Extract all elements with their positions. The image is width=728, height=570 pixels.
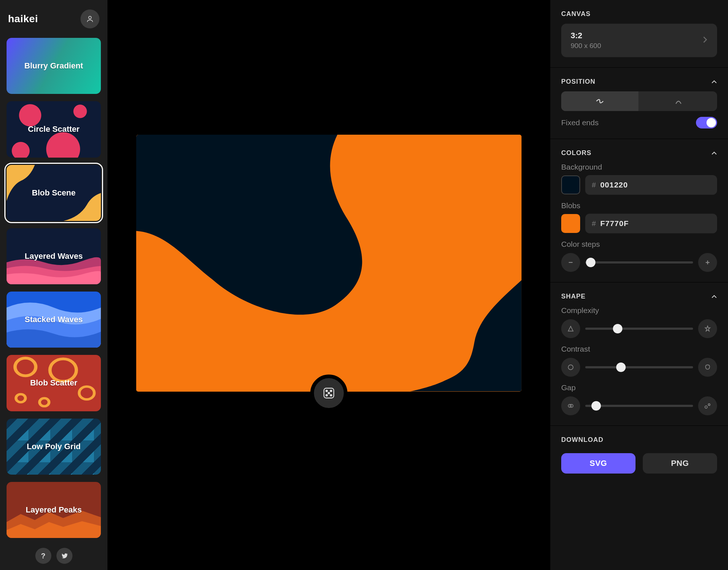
chevron-up-icon: [711, 294, 717, 300]
center-icon: [673, 96, 684, 106]
sidebar-footer: ?: [0, 542, 107, 570]
section-shape: SHAPE Complexity C: [550, 282, 728, 426]
bg-hex-input[interactable]: [600, 181, 711, 189]
bg-label: Background: [561, 163, 717, 171]
canvas-area: [107, 0, 550, 570]
section-title-position[interactable]: POSITION: [550, 68, 728, 91]
blob-scene-preview: [136, 135, 522, 391]
blobs-color-swatch[interactable]: [561, 214, 580, 233]
generator-blob-scene[interactable]: Blob Scene: [7, 165, 101, 221]
svg-point-5: [40, 398, 49, 406]
color-steps-label: Color steps: [561, 240, 717, 249]
link-far-icon: [704, 402, 711, 409]
color-steps-decrease[interactable]: [561, 253, 580, 272]
contrast-slider[interactable]: [585, 366, 693, 368]
canvas-size-button[interactable]: 3:2 900 x 600: [561, 24, 717, 57]
dice-icon: [322, 387, 335, 400]
help-icon: ?: [41, 552, 45, 560]
svg-point-8: [326, 390, 327, 392]
bg-hex-wrap: #: [585, 175, 717, 195]
generator-stacked-waves[interactable]: Stacked Waves: [7, 292, 101, 348]
blobs-label: Blobs: [561, 201, 717, 210]
generator-label: Stacked Waves: [25, 315, 83, 324]
chevron-up-icon: [711, 79, 717, 85]
position-opt-center[interactable]: [640, 91, 717, 111]
sidebar-header: haikei: [0, 0, 107, 38]
randomize-button[interactable]: [310, 375, 347, 412]
svg-point-4: [16, 394, 25, 402]
gap-label: Gap: [561, 383, 717, 392]
complexity-label: Complexity: [561, 306, 717, 315]
circle-icon: [567, 364, 574, 371]
triangle-icon: [567, 325, 574, 332]
complexity-max-icon[interactable]: [698, 319, 717, 338]
blobs-hex-input[interactable]: [600, 219, 711, 228]
generator-layered-peaks[interactable]: Layered Peaks: [7, 482, 101, 538]
minus-icon: [567, 259, 574, 266]
gap-max-icon[interactable]: [698, 396, 717, 415]
generator-label: Layered Waves: [25, 252, 83, 261]
generator-list[interactable]: Blurry Gradient Circle Scatter Blob Scen…: [0, 38, 107, 542]
artboard-wrap: [136, 135, 522, 391]
sidebar: haikei Blurry Gradient Circle Scatter Bl…: [0, 0, 107, 570]
generator-blob-scatter[interactable]: Blob Scatter: [7, 355, 101, 411]
hash-icon: #: [592, 181, 596, 189]
section-title-canvas: CANVAS: [550, 0, 728, 24]
gap-min-icon[interactable]: [561, 396, 580, 415]
svg-point-1: [15, 358, 36, 376]
position-opt-corners[interactable]: [561, 91, 638, 111]
section-title-download: DOWNLOAD: [550, 426, 728, 450]
color-steps-slider[interactable]: [585, 261, 693, 264]
section-download: DOWNLOAD SVG PNG: [550, 426, 728, 481]
help-button[interactable]: ?: [35, 548, 51, 564]
fixed-ends-label: Fixed ends: [561, 118, 599, 127]
generator-low-poly-grid[interactable]: Low Poly Grid: [7, 419, 101, 475]
generator-label: Low Poly Grid: [27, 442, 81, 451]
svg-point-16: [705, 406, 708, 408]
svg-point-11: [326, 395, 327, 396]
section-position: POSITION Fixed ends: [550, 68, 728, 139]
gap-slider[interactable]: [585, 405, 693, 407]
contrast-label: Contrast: [561, 345, 717, 353]
generator-circle-scatter[interactable]: Circle Scatter: [7, 101, 101, 157]
complexity-min-icon[interactable]: [561, 319, 580, 338]
user-icon: [86, 15, 94, 23]
twitter-icon: [61, 552, 68, 559]
svg-point-17: [708, 404, 710, 405]
blob-icon: [704, 364, 711, 371]
blobs-hex-wrap: #: [585, 214, 717, 233]
svg-point-3: [79, 387, 94, 399]
artboard[interactable]: [136, 135, 522, 391]
download-svg-button[interactable]: SVG: [561, 453, 635, 474]
section-canvas: CANVAS 3:2 900 x 600: [550, 0, 728, 68]
bg-color-swatch[interactable]: [561, 175, 580, 194]
account-button[interactable]: [80, 9, 99, 28]
complexity-slider[interactable]: [585, 328, 693, 330]
color-steps-increase[interactable]: [698, 253, 717, 272]
generator-layered-waves[interactable]: Layered Waves: [7, 228, 101, 284]
contrast-min-icon[interactable]: [561, 358, 580, 377]
plus-icon: [704, 259, 711, 266]
section-title-colors[interactable]: COLORS: [550, 139, 728, 163]
fixed-ends-toggle[interactable]: [696, 117, 717, 128]
canvas-ratio: 3:2: [571, 31, 601, 40]
generator-label: Blob Scatter: [30, 378, 78, 388]
generator-blurry-gradient[interactable]: Blurry Gradient: [7, 38, 101, 94]
hash-icon: #: [592, 219, 596, 228]
star-icon: [704, 325, 711, 332]
section-title-shape[interactable]: SHAPE: [550, 282, 728, 306]
corners-icon: [595, 96, 605, 106]
svg-point-9: [330, 390, 332, 392]
svg-point-0: [88, 16, 91, 19]
position-segmented: [561, 91, 717, 111]
chevron-up-icon: [711, 150, 717, 156]
generator-label: Blurry Gradient: [24, 61, 83, 71]
generator-label: Circle Scatter: [28, 124, 80, 134]
link-close-icon: [567, 402, 574, 409]
canvas-dimensions: 900 x 600: [571, 42, 601, 50]
settings-panel[interactable]: CANVAS 3:2 900 x 600 POSITION: [550, 0, 728, 570]
contrast-max-icon[interactable]: [698, 358, 717, 377]
twitter-button[interactable]: [56, 548, 72, 564]
download-png-button[interactable]: PNG: [643, 453, 717, 474]
chevron-right-icon: [703, 36, 708, 45]
